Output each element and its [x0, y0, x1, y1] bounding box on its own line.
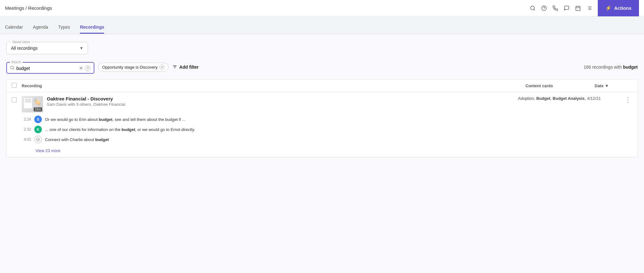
chat-icon[interactable] [564, 5, 569, 11]
tab-calendar[interactable]: Calendar [5, 16, 23, 34]
recording-thumbnail[interactable]: 🏷️ 15m [22, 96, 43, 112]
transcript-line: 2:32 K ... one of our clients for inform… [22, 126, 632, 133]
results-text: 166 recordings with [584, 65, 622, 70]
clear-search-icon[interactable]: ✕ [79, 65, 83, 71]
results-query: budget [623, 65, 638, 70]
saved-views-select[interactable]: All recordings ▼ [11, 46, 83, 51]
search-input[interactable] [16, 66, 77, 71]
avatar-s: S [34, 116, 42, 123]
search-input-row: ✕ ? [10, 65, 91, 71]
highlight-budget-2: budget [122, 127, 135, 132]
row-checkbox[interactable] [12, 96, 22, 103]
transcript-lines: 2:24 S Or we would go to Erin about budg… [22, 116, 632, 143]
search-filter-row: Search ✕ ? Opportunity stage is Discover… [6, 60, 638, 74]
saved-views-legend: Saved views [11, 40, 31, 44]
content-cards-budget1: Budget [536, 96, 551, 101]
saved-views-value: All recordings [11, 46, 38, 51]
row-select-checkbox[interactable] [12, 97, 17, 102]
filter-operator: is [136, 65, 138, 70]
transcript-text-2: ... one of our clients for information o… [45, 127, 195, 132]
filter-value: Discovery [140, 65, 158, 70]
search-help-icon[interactable]: ? [85, 65, 91, 71]
list-icon[interactable] [586, 5, 592, 11]
table-header: Recording Content cards Date ▼ [7, 80, 637, 92]
phone-icon[interactable] [552, 5, 558, 11]
svg-rect-4 [576, 6, 580, 11]
tab-agenda[interactable]: Agenda [33, 16, 48, 34]
thumb-emoji: 🏷️ [33, 98, 41, 105]
svg-point-14 [11, 66, 14, 69]
recording-duration: 15m [34, 107, 42, 111]
action-icon [34, 136, 42, 143]
table-row: 🏷️ 15m Oaktree Financial - Discovery Sam… [7, 92, 637, 157]
recording-row-main: 🏷️ 15m Oaktree Financial - Discovery Sam… [12, 96, 632, 112]
saved-views-wrapper: Saved views All recordings ▼ [6, 40, 638, 54]
actions-label: Actions [614, 5, 631, 11]
tab-types[interactable]: Types [58, 16, 70, 34]
transcript-text-1: Or we would go to Erin about budget, see… [45, 117, 186, 122]
breadcrumb: Meetings / Recordings [5, 5, 530, 11]
highlight-budget-1: budget [99, 117, 112, 122]
avatar-k: K [34, 126, 42, 133]
text-after-1: , see and tell them about the budget if … [113, 117, 186, 122]
filter-field: Opportunity stage [102, 65, 135, 70]
tabs-bar: Calendar Agenda Types Recordings [0, 16, 644, 34]
nav-icons [530, 5, 592, 11]
transcript-line: 4:02 Connect with Charlie about budget [22, 136, 632, 143]
content-cards-trail: , [585, 96, 586, 101]
th-date[interactable]: Date ▼ [595, 83, 632, 88]
filter-chip[interactable]: Opportunity stage is Discovery ✕ [98, 63, 169, 71]
recording-title[interactable]: Oaktree Financial - Discovery [47, 96, 518, 101]
help-icon[interactable] [541, 5, 547, 11]
recording-subtitle: Sam Davis with 3 others, Oaktree Financi… [47, 102, 518, 107]
th-recording: Recording [22, 83, 525, 88]
search-legend: Search [10, 60, 23, 64]
recording-date: 4/12/21 [587, 96, 625, 101]
add-filter-label: Add filter [179, 65, 198, 70]
text-before-2: ... one of our clients for information o… [45, 127, 122, 132]
recordings-table: Recording Content cards Date ▼ [6, 79, 638, 157]
add-filter-button[interactable]: Add filter [172, 65, 198, 70]
filter-chip-label: Opportunity stage is Discovery [102, 65, 158, 70]
search-icon[interactable] [530, 5, 536, 11]
text-after-2: , or we would go to Ernst directly. [135, 127, 195, 132]
bolt-icon: ⚡ [605, 5, 612, 11]
tab-recordings[interactable]: Recordings [80, 16, 104, 34]
th-content-cards: Content cards [525, 83, 595, 88]
svg-point-0 [530, 6, 534, 10]
timestamp-3[interactable]: 4:02 [22, 137, 31, 142]
search-fieldset: Search ✕ ? [6, 60, 94, 74]
svg-line-15 [13, 69, 14, 70]
chevron-down-icon: ▼ [80, 46, 83, 50]
transcript-text-3: Connect with Charlie about budget [45, 137, 109, 142]
content-cards-budget2: Budget Analysis [553, 96, 585, 101]
content-cards-adoption: Adoption, [518, 96, 536, 101]
recording-content-cards: Adoption, Budget, Budget Analysis, [518, 96, 587, 101]
header-checkbox[interactable] [12, 83, 22, 89]
saved-views-fieldset: Saved views All recordings ▼ [6, 40, 88, 54]
results-count: 166 recordings with budget [584, 65, 638, 70]
view-more-link[interactable]: View 23 more [36, 148, 60, 153]
content-cards-comma: , [550, 96, 552, 101]
svg-line-1 [534, 9, 535, 10]
select-all-checkbox[interactable] [12, 83, 17, 88]
thumb-doc [24, 98, 32, 109]
transcript-line: 2:24 S Or we would go to Erin about budg… [22, 116, 632, 123]
sort-icon: ▼ [605, 83, 609, 88]
main-content: Saved views All recordings ▼ Search ✕ ? … [0, 34, 644, 273]
timestamp-1[interactable]: 2:24 [22, 117, 31, 122]
highlight-budget-3: budget [95, 137, 109, 142]
text-before-1: Or we would go to Erin about [45, 117, 99, 122]
remove-filter-icon[interactable]: ✕ [159, 65, 164, 70]
recording-info: Oaktree Financial - Discovery Sam Davis … [47, 96, 518, 107]
th-date-label: Date [595, 83, 603, 88]
calendar-icon[interactable] [575, 5, 581, 11]
timestamp-2[interactable]: 2:32 [22, 127, 31, 132]
search-icon-sm [10, 65, 14, 71]
top-nav: Meetings / Recordings ⚡ Actions [0, 0, 644, 16]
row-context-menu[interactable]: ⋮ [625, 96, 632, 104]
text-before-3: Connect with Charlie about [45, 137, 95, 142]
actions-button[interactable]: ⚡ Actions [598, 0, 639, 16]
